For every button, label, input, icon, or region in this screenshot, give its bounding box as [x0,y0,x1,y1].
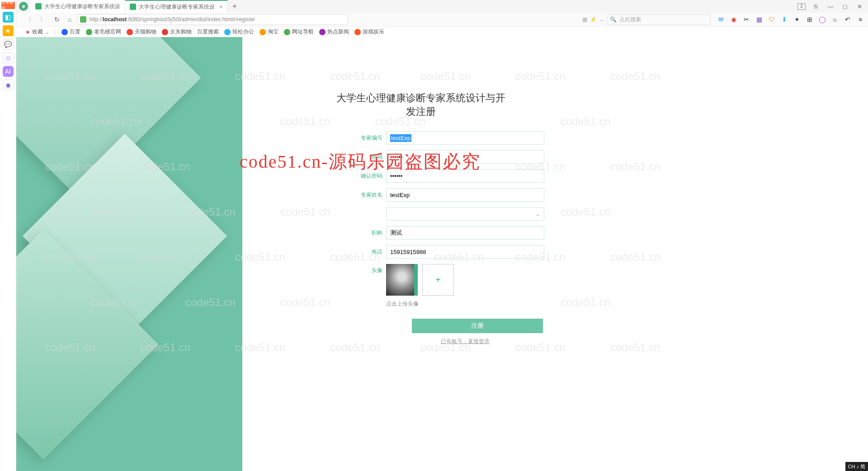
bookmark-taobao[interactable]: 淘宝 [259,28,278,36]
grid-icon[interactable]: ▦ [755,15,763,24]
bolt-icon[interactable]: ⚡ [590,16,597,23]
mail-icon[interactable]: ✉ [717,15,725,24]
bookmark-nav[interactable]: 网址导航 [284,28,314,36]
search-input[interactable]: 🔍 点此搜索 [607,14,711,25]
tab-title: 大学生心理健康诊断专家系统设 [139,3,215,11]
tab-favicon-icon [35,3,42,9]
bookmark-game[interactable]: 游戏娱乐 [354,28,384,36]
undo-icon[interactable]: ↶ [844,15,852,24]
scissors-icon[interactable]: ✂ [742,15,750,24]
close-window-icon[interactable]: ✕ [855,3,863,10]
puzzle-icon[interactable]: ✦ [793,15,801,24]
sidebar-icon-star[interactable]: ★ [3,25,14,36]
os-sidebar: 登录账号 ◧ ★ 💬 ◎ AI ◉ [0,0,16,37]
apps-icon[interactable]: ⊞ [806,15,814,24]
search-icon: 🔍 [610,16,617,23]
tab-title: 大学生心理健康诊断专家系统设 [44,3,120,10]
bookmark-news[interactable]: 热点新闻 [319,28,349,36]
sun-icon[interactable]: ☼ [831,15,839,24]
download-icon[interactable]: ⬇ [780,15,788,24]
sidebar-icon-1[interactable]: ◧ [3,12,14,23]
tab-inactive[interactable]: 大学生心理健康诊断专家系统设 [31,0,125,13]
bookmark-jd[interactable]: 京东购物 [162,28,192,36]
menu-icon[interactable]: ≡ [856,15,864,24]
bookmark-fav[interactable]: ★收藏⌄ [25,28,49,36]
back-button[interactable]: 〈 [23,15,34,24]
reload-button[interactable]: ↻ [52,16,62,23]
url-input[interactable]: http://localhost:8080/springboot3y50l/ad… [77,14,348,25]
qr-icon[interactable]: ▦ [582,16,587,23]
bookmark-baidu[interactable]: 百度 [61,28,80,36]
tab-count-badge[interactable]: 2 [797,3,806,10]
weibo-icon[interactable]: ◉ [730,15,738,24]
home-button[interactable]: ⌂ [65,16,74,23]
bookmark-laomao[interactable]: 老毛桃官网 [86,28,121,36]
tab-bar: e 大学生心理健康诊断专家系统设 大学生心理健康诊断专家系统设 × + 2 ⎘ … [0,0,868,13]
tab-favicon-icon [130,4,136,10]
window-controls: 2 ⎘ — ◻ ✕ [797,3,868,10]
new-tab-button[interactable]: + [228,2,241,10]
circle-icon[interactable]: ◯ [818,15,826,24]
extensions-icon[interactable]: ⎘ [812,3,820,10]
shield2-icon[interactable]: 🛡 [768,15,776,24]
maximize-icon[interactable]: ◻ [841,3,849,10]
search-placeholder: 点此搜索 [619,16,641,24]
browser-chrome: e 大学生心理健康诊断专家系统设 大学生心理健康诊断专家系统设 × + 2 ⎘ … [0,0,868,37]
url-text: http://localhost:8080/springboot3y50l/ad… [89,16,345,23]
browser-logo-icon: e [19,2,28,11]
address-bar: 〈 〉 ↻ ⌂ http://localhost:8080/springboot… [0,13,868,26]
close-icon[interactable]: × [219,3,223,10]
bookmark-tmall[interactable]: 天猫购物 [127,28,156,36]
bookmark-relax[interactable]: 轻松办公 [224,28,254,36]
bookmark-bdsearch[interactable]: 百度搜索 [197,28,219,36]
bookmark-bar: ★收藏⌄ | 百度 老毛桃官网 天猫购物 京东购物 百度搜索 轻松办公 淘宝 网… [0,26,868,37]
tab-active[interactable]: 大学生心理健康诊断专家系统设 × [125,0,228,13]
forward-button[interactable]: 〉 [37,15,49,24]
shield-icon [80,16,86,23]
dropdown-icon[interactable]: ⌄ [599,16,604,23]
minimize-icon[interactable]: — [826,3,835,10]
login-badge[interactable]: 登录账号 [1,2,15,9]
